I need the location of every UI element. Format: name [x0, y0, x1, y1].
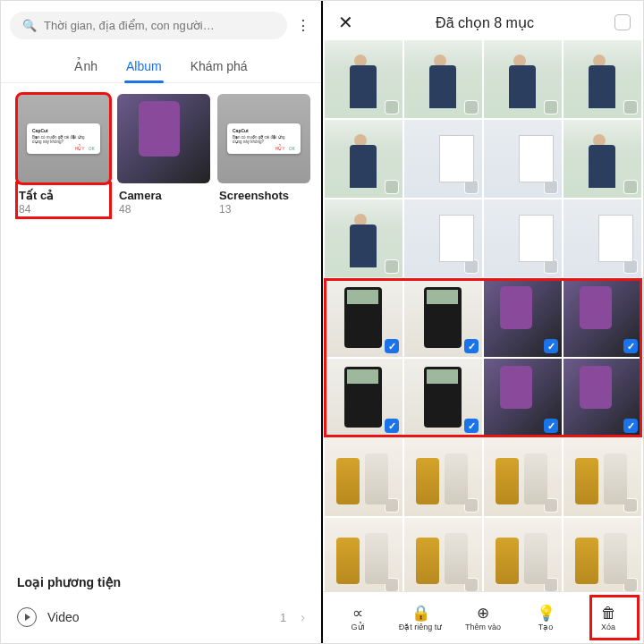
photo-cell[interactable]	[325, 438, 402, 516]
checkbox-empty-icon[interactable]	[385, 259, 399, 274]
action-addto[interactable]: ⊕ Thêm vào	[456, 606, 510, 631]
checkbox-empty-icon[interactable]	[544, 180, 558, 194]
checkbox-empty-icon[interactable]	[464, 578, 479, 591]
photo-cell[interactable]	[564, 518, 641, 591]
checkbox-checked-icon[interactable]: ✓	[544, 339, 558, 353]
search-input[interactable]: 🔍 Thời gian, địa điểm, con người…	[10, 12, 287, 39]
photo-cell[interactable]	[484, 199, 562, 277]
album-thumb: CapCutBạn có muốn gỡ cài đặt ứng dụng nà…	[217, 94, 310, 183]
photo-cell[interactable]	[564, 120, 641, 198]
select-all-checkbox[interactable]	[614, 14, 631, 30]
media-count: 1	[280, 611, 286, 624]
photo-cell[interactable]	[404, 199, 482, 277]
checkbox-empty-icon[interactable]	[464, 259, 479, 274]
checkbox-checked-icon[interactable]: ✓	[385, 419, 399, 433]
action-bar: ∝ Gửi 🔒 Đặt riêng tư ⊕ Thêm vào 💡 Tạo 🗑 …	[323, 591, 643, 643]
lightbulb-icon: 💡	[537, 606, 555, 621]
checkbox-empty-icon[interactable]	[544, 100, 558, 114]
media-type-video[interactable]: Video 1 ›	[1, 598, 321, 643]
photo-grid: ✓✓✓✓✓✓✓✓	[323, 40, 643, 591]
photo-cell[interactable]	[404, 438, 482, 516]
photo-cell[interactable]: ✓	[564, 359, 641, 436]
search-placeholder: Thời gian, địa điểm, con người…	[44, 19, 215, 32]
photo-cell[interactable]	[564, 438, 641, 516]
photo-cell[interactable]	[325, 40, 402, 118]
checkbox-empty-icon[interactable]	[385, 498, 399, 513]
photo-cell[interactable]	[484, 40, 562, 118]
photo-cell[interactable]: ✓	[325, 359, 402, 436]
play-icon	[17, 607, 37, 627]
album-thumb: CapCutBạn có muốn gỡ cài đặt ứng dụng nà…	[17, 94, 110, 183]
checkbox-checked-icon[interactable]: ✓	[464, 339, 479, 353]
selection-title: Đã chọn 8 mục	[364, 14, 606, 31]
album-name: Screenshots	[219, 189, 309, 202]
checkbox-empty-icon[interactable]	[385, 100, 399, 114]
checkbox-checked-icon[interactable]: ✓	[623, 419, 638, 433]
checkbox-checked-icon[interactable]: ✓	[623, 339, 638, 353]
checkbox-empty-icon[interactable]	[544, 578, 558, 591]
photo-cell[interactable]	[404, 518, 482, 591]
action-send[interactable]: ∝ Gửi	[331, 606, 385, 631]
album-name: Tất cả	[19, 189, 108, 202]
photo-cell[interactable]: ✓	[564, 279, 641, 357]
search-icon: 🔍	[22, 19, 37, 32]
album-count: 48	[119, 203, 208, 216]
photo-cell[interactable]	[484, 438, 562, 516]
photo-cell[interactable]: ✓	[404, 279, 482, 357]
checkbox-empty-icon[interactable]	[464, 180, 479, 194]
lock-icon: 🔒	[411, 606, 430, 621]
album-count: 13	[219, 203, 309, 216]
tab-album[interactable]: Album	[124, 52, 164, 82]
media-section-header: Loại phương tiện	[1, 575, 321, 598]
photo-cell[interactable]: ✓	[325, 279, 402, 357]
gallery-album-screen: 🔍 Thời gian, địa điểm, con người… ⋮ Ảnh …	[1, 1, 323, 643]
checkbox-checked-icon[interactable]: ✓	[464, 419, 479, 433]
photo-cell[interactable]	[404, 120, 482, 198]
checkbox-empty-icon[interactable]	[623, 578, 638, 591]
more-menu-icon[interactable]: ⋮	[294, 17, 312, 34]
checkbox-empty-icon[interactable]	[623, 498, 638, 513]
gallery-tabs: Ảnh Album Khám phá	[1, 47, 321, 83]
checkbox-checked-icon[interactable]: ✓	[385, 339, 399, 353]
plus-circle-icon: ⊕	[477, 606, 489, 621]
photo-cell[interactable]: ✓	[404, 359, 482, 436]
photo-cell[interactable]	[484, 120, 562, 198]
checkbox-checked-icon[interactable]: ✓	[544, 419, 558, 433]
close-icon[interactable]: ✕	[335, 12, 355, 33]
gallery-selection-screen: ✕ Đã chọn 8 mục ✓✓✓✓✓✓✓✓ ∝ Gửi 🔒 Đặt riê…	[323, 1, 643, 643]
album-camera[interactable]: Camera48	[117, 94, 210, 217]
album-count: 84	[19, 203, 108, 216]
photo-cell[interactable]	[404, 40, 482, 118]
photo-cell[interactable]: ✓	[484, 359, 562, 436]
tab-explore[interactable]: Khám phá	[189, 52, 250, 82]
checkbox-empty-icon[interactable]	[464, 498, 479, 513]
checkbox-empty-icon[interactable]	[623, 259, 638, 274]
chevron-right-icon: ›	[301, 610, 305, 624]
photo-cell[interactable]	[325, 199, 402, 277]
checkbox-empty-icon[interactable]	[385, 180, 399, 194]
highlight-delete	[589, 595, 640, 640]
album-list: CapCutBạn có muốn gỡ cài đặt ứng dụng nà…	[1, 83, 321, 217]
checkbox-empty-icon[interactable]	[623, 100, 638, 114]
share-icon: ∝	[352, 606, 363, 621]
checkbox-empty-icon[interactable]	[544, 498, 558, 513]
checkbox-empty-icon[interactable]	[464, 100, 479, 114]
checkbox-empty-icon[interactable]	[385, 578, 399, 591]
album-name: Camera	[119, 189, 208, 202]
photo-cell[interactable]	[564, 199, 641, 277]
action-create[interactable]: 💡 Tạo	[519, 606, 572, 631]
album-thumb	[117, 94, 210, 183]
photo-cell[interactable]	[484, 518, 562, 591]
media-label: Video	[47, 610, 269, 624]
checkbox-empty-icon[interactable]	[544, 259, 558, 274]
action-private[interactable]: 🔒 Đặt riêng tư	[394, 606, 447, 631]
tab-photos[interactable]: Ảnh	[72, 52, 99, 82]
album-screenshots[interactable]: CapCutBạn có muốn gỡ cài đặt ứng dụng nà…	[217, 94, 310, 217]
photo-cell[interactable]	[564, 40, 641, 118]
checkbox-empty-icon[interactable]	[623, 180, 638, 194]
photo-cell[interactable]: ✓	[484, 279, 562, 357]
album-tất cả[interactable]: CapCutBạn có muốn gỡ cài đặt ứng dụng nà…	[17, 94, 110, 217]
photo-cell[interactable]	[325, 518, 402, 591]
photo-cell[interactable]	[325, 120, 402, 198]
